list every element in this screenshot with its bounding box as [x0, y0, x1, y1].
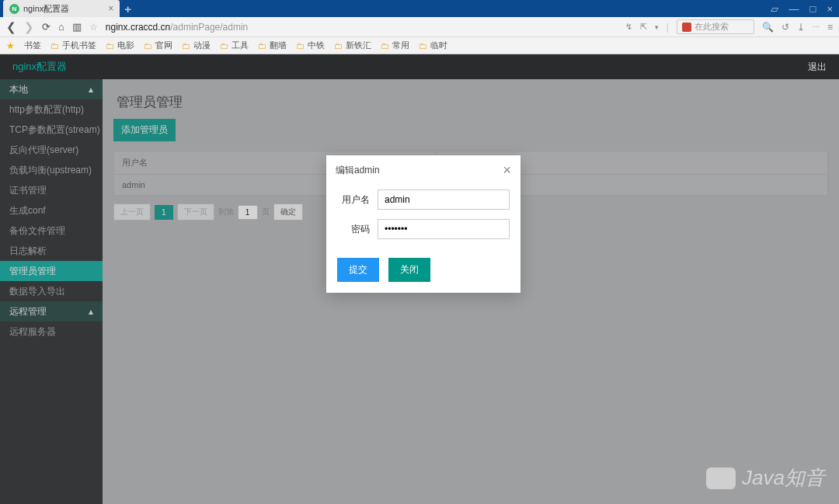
home-icon[interactable]: ⌂	[58, 21, 64, 33]
address-bar[interactable]: nginx.craccd.cn/adminPage/admin	[106, 22, 618, 33]
browser-toolbar: ❮ ❯ ⟳ ⌂ ▥ ☆ nginx.craccd.cn/adminPage/ad…	[0, 17, 839, 37]
watermark: Java知音	[706, 464, 825, 492]
close-button[interactable]: 关闭	[388, 258, 430, 282]
tab-close-icon[interactable]: ×	[108, 3, 113, 14]
maximize-icon[interactable]: □	[810, 3, 816, 15]
bookmark-folder[interactable]: 🗀电影	[106, 40, 134, 51]
browser-titlebar: N nginx配置器 × + ▱ — □ ×	[0, 0, 839, 17]
share-icon[interactable]: ⇱	[640, 22, 647, 32]
bookmark-folder[interactable]: 🗀官网	[144, 40, 172, 51]
chevron-down-icon[interactable]: ▾	[655, 23, 659, 31]
history-icon[interactable]: ↺	[782, 22, 789, 33]
divider: |	[667, 22, 669, 33]
menu-icon[interactable]: ≡	[827, 22, 833, 33]
bookmark-folder[interactable]: 🗀手机书签	[50, 40, 96, 51]
window-controls: ▱ — □ ×	[771, 3, 839, 15]
password-input[interactable]	[378, 219, 510, 239]
favorite-icon[interactable]: ☆	[89, 22, 98, 33]
modal-header: 编辑admin ×	[326, 155, 520, 185]
dots-icon[interactable]: ⋯	[813, 23, 820, 31]
search-input[interactable]: 在此搜索	[677, 19, 754, 34]
bookmark-folder[interactable]: 🗀临时	[419, 40, 447, 51]
lightning-icon[interactable]: ↯	[625, 22, 632, 32]
forward-icon[interactable]: ❯	[24, 20, 34, 34]
search-icon[interactable]: 🔍	[762, 22, 774, 33]
tab-favicon: N	[9, 4, 19, 14]
refresh-icon[interactable]: ⟳	[42, 21, 50, 33]
search-engine-icon	[682, 23, 691, 32]
minimize-icon[interactable]: —	[789, 3, 799, 15]
bookmarks-label[interactable]: 书签	[24, 40, 41, 51]
username-label: 用户名	[337, 193, 370, 207]
submit-button[interactable]: 提交	[337, 258, 379, 282]
username-input[interactable]	[378, 189, 510, 210]
bookmarks-star-icon[interactable]: ★	[6, 40, 15, 51]
edit-admin-modal: 编辑admin × 用户名 密码 提交 关闭	[326, 155, 520, 293]
pin-icon[interactable]: ▱	[771, 3, 778, 15]
bookmarks-bar: ★ 书签 🗀手机书签 🗀电影 🗀官网 🗀动漫 🗀工具 🗀翻墙 🗀中铁 🗀新铁汇 …	[0, 37, 839, 54]
bookmark-folder[interactable]: 🗀翻墙	[258, 40, 287, 51]
back-icon[interactable]: ❮	[6, 20, 16, 34]
new-tab-button[interactable]: +	[124, 2, 131, 16]
password-label: 密码	[337, 223, 370, 236]
logout-link[interactable]: 退出	[808, 61, 827, 74]
app-brand[interactable]: nginx配置器	[12, 60, 67, 74]
app-header: nginx配置器 退出	[0, 54, 839, 79]
bookmark-folder[interactable]: 🗀常用	[381, 40, 409, 51]
close-window-icon[interactable]: ×	[827, 3, 833, 15]
bookmark-folder[interactable]: 🗀新铁汇	[334, 40, 371, 51]
tabs-icon[interactable]: ▥	[72, 21, 82, 33]
active-tab[interactable]: N nginx配置器 ×	[3, 0, 120, 17]
bookmark-folder[interactable]: 🗀动漫	[182, 40, 211, 51]
bookmark-folder[interactable]: 🗀工具	[220, 40, 249, 51]
close-icon[interactable]: ×	[503, 163, 511, 177]
bookmark-folder[interactable]: 🗀中铁	[296, 40, 325, 51]
wechat-icon	[706, 468, 736, 489]
tab-title: nginx配置器	[23, 3, 69, 15]
modal-title: 编辑admin	[336, 164, 380, 177]
download-icon[interactable]: ⤓	[797, 22, 805, 33]
